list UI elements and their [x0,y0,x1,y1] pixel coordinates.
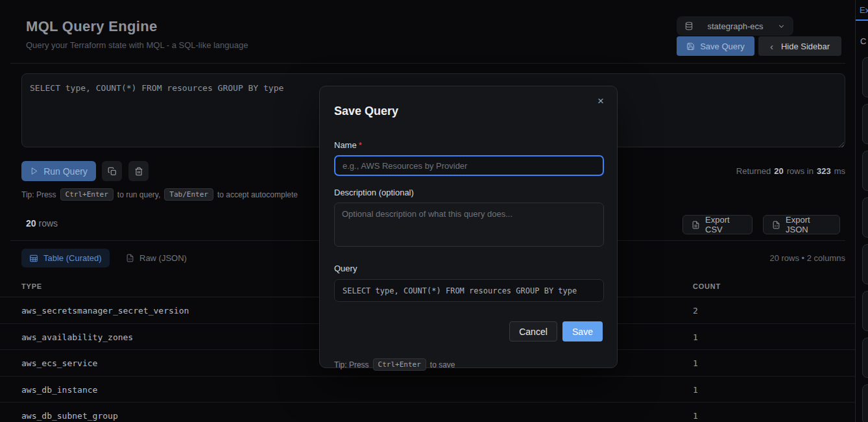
sidebar-clipped: Ex C [856,0,868,422]
file-json-icon [126,254,134,262]
description-label: Description (optional) [334,188,603,197]
clear-query-button[interactable] [128,161,149,181]
kbd-ctrl-enter: Ctrl+Enter [373,358,426,371]
copy-icon [108,167,117,176]
example-card[interactable] [862,197,868,238]
chevron-down-icon [777,22,786,31]
column-header-type: TYPE [21,282,42,290]
export-csv-label: Export CSV [705,215,743,234]
page-title: MQL Query Engine [26,18,157,35]
workspace-dropdown[interactable]: stategraph-ecs [677,16,793,36]
sidebar-heading-partial: C [860,36,866,46]
example-card[interactable] [862,291,868,331]
result-row-count: 20 rows [26,218,58,229]
tab-table-curated[interactable]: Table (Curated) [21,249,110,267]
name-label: Name* [334,140,603,150]
chevron-left-icon: ‹ [770,41,773,52]
modal-title: Save Query [334,105,603,118]
hide-sidebar-button[interactable]: ‹ Hide Sidebar [758,36,841,56]
query-label: Query [334,264,603,273]
tab-raw-json[interactable]: Raw (JSON) [123,249,189,267]
save-button[interactable]: Save [562,321,603,341]
sidebar-tab-active-indicator [856,19,868,21]
table-icon [29,254,38,263]
editor-tip: Tip: Press Ctrl+Enter to run query, Tab/… [21,188,298,201]
trash-icon [134,167,143,176]
cell-type: aws_secretsmanager_secret_version [21,306,189,316]
example-card[interactable] [862,57,868,97]
tab-table-label: Table (Curated) [43,253,102,263]
run-query-label: Run Query [43,166,88,177]
modal-tip: Tip: Press Ctrl+Enter to save [334,358,455,371]
export-csv-button[interactable]: Export CSV [682,215,753,234]
kbd-ctrl-enter: Ctrl+Enter [60,188,114,201]
play-icon [30,167,38,175]
tab-raw-label: Raw (JSON) [139,253,187,263]
cell-type: aws_db_instance [21,385,97,395]
file-json-icon [772,221,780,229]
cell-count: 1 [693,385,698,395]
cancel-button[interactable]: Cancel [509,321,557,341]
table-row: aws_db_subnet_group 1 [0,403,855,422]
required-asterisk: * [359,140,362,150]
query-preview[interactable]: SELECT type, COUNT(*) FROM resources GRO… [334,279,604,302]
results-meta: 20 rows • 2 columns [769,253,845,263]
kbd-tab-enter: Tab/Enter [164,188,213,201]
sidebar-tab-examples[interactable]: Ex [860,5,868,15]
export-json-button[interactable]: Export JSON [763,215,840,234]
save-query-button[interactable]: Save Query [677,36,754,56]
hide-sidebar-label: Hide Sidebar [781,42,830,51]
column-header-count: COUNT [693,282,721,290]
copy-query-button[interactable] [102,161,122,181]
header-divider [10,63,845,64]
cell-count: 1 [693,411,698,421]
page-subtitle: Query your Terraform state with MQL - a … [26,40,248,50]
name-field[interactable] [334,155,604,176]
save-icon [686,42,695,51]
example-card[interactable] [862,104,868,144]
save-query-label: Save Query [700,42,745,51]
example-card[interactable] [862,151,868,191]
workspace-name: stategraph-ecs [700,21,771,31]
query-status: Returned20rows in323ms [736,166,845,176]
cell-count: 2 [693,306,698,316]
export-json-label: Export JSON [786,215,831,234]
database-icon [684,21,693,31]
save-query-modal: × Save Query Name* Description (optional… [319,86,618,368]
cell-count: 1 [693,332,698,342]
example-card[interactable] [862,338,868,378]
run-query-button[interactable]: Run Query [21,161,96,181]
cell-type: aws_db_subnet_group [21,411,118,421]
table-row: aws_db_instance 1 [0,377,855,403]
cell-type: aws_ecs_service [21,358,97,368]
description-field[interactable] [334,203,604,247]
close-icon[interactable]: × [594,94,608,108]
cell-type: aws_availability_zones [21,332,133,342]
cell-count: 1 [693,358,698,368]
file-text-icon [692,221,700,229]
example-card[interactable] [862,384,868,422]
example-card[interactable] [862,244,868,284]
